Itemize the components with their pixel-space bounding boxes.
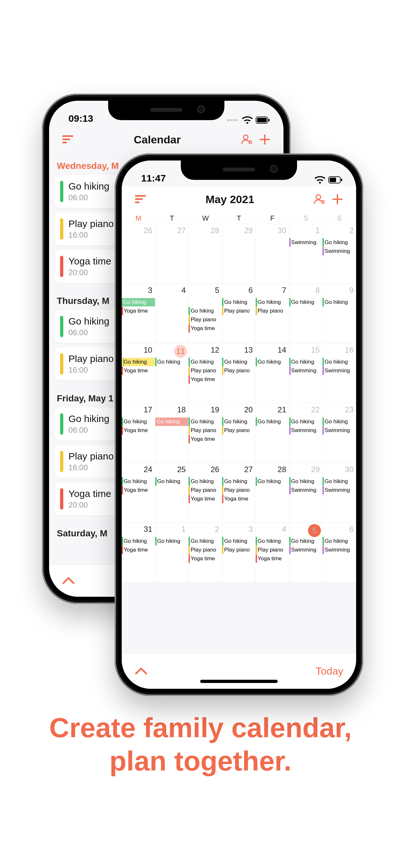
event-span[interactable]: Go hiking <box>155 417 189 426</box>
event-chip[interactable]: Go hiking <box>189 358 222 366</box>
calendar-cell[interactable]: 22Go hikingSwimming <box>289 403 323 463</box>
event-chip[interactable]: Go hiking <box>289 298 322 306</box>
event-chip[interactable]: Play piano <box>189 367 222 375</box>
event-chip[interactable]: Play piano <box>189 486 222 494</box>
event-chip[interactable]: Go hiking <box>256 477 289 486</box>
event-chip[interactable]: Go hiking <box>322 238 356 247</box>
event-chip[interactable]: Go hiking <box>122 417 155 426</box>
event-chip[interactable]: Yoga time <box>222 495 255 503</box>
event-chip[interactable]: Go hiking <box>222 417 255 426</box>
calendar-cell[interactable]: 21Go hiking <box>256 403 289 463</box>
event-chip[interactable]: Swimming <box>289 546 322 554</box>
event-chip[interactable]: Play piano <box>222 546 255 554</box>
event-chip[interactable]: Go hiking <box>322 537 356 546</box>
event-chip[interactable]: Play piano <box>189 426 222 435</box>
calendar-cell[interactable]: 5Go hikingPlay pianoYoga time <box>189 284 222 344</box>
event-chip[interactable]: Go hiking <box>155 358 189 366</box>
calendar-cell[interactable]: 2Go hikingSwimming <box>322 224 356 284</box>
event-chip[interactable]: Go hiking <box>189 307 222 315</box>
event-chip[interactable]: Swimming <box>322 546 356 554</box>
event-chip[interactable]: Go hiking <box>222 537 255 546</box>
calendar-cell[interactable]: 3Go hikingYoga time <box>122 284 155 344</box>
event-chip[interactable]: Yoga time <box>189 554 222 563</box>
calendar-cell[interactable]: 24Go hikingYoga time <box>122 463 155 523</box>
event-chip[interactable]: Go hiking <box>122 477 155 486</box>
calendar-cell[interactable]: 17Go hikingYoga time <box>122 403 155 463</box>
calendar-cell[interactable]: 15Go hikingSwimming <box>289 344 323 403</box>
event-chip[interactable]: Go hiking <box>222 298 255 306</box>
calendar-cell[interactable]: 5Go hikingSwimming <box>289 523 323 583</box>
calendar-cell[interactable]: 27Go hikingPlay pianoYoga time <box>222 463 256 523</box>
event-chip[interactable]: Yoga time <box>189 324 222 333</box>
event-chip[interactable]: Go hiking <box>322 417 356 426</box>
event-chip[interactable]: Play piano <box>189 546 222 554</box>
event-chip[interactable]: Play piano <box>222 367 255 375</box>
event-chip[interactable]: Go hiking <box>189 417 222 426</box>
event-chip[interactable]: Swimming <box>289 367 322 375</box>
event-chip[interactable]: Play piano <box>222 426 255 435</box>
calendar-cell[interactable]: 28 <box>189 224 222 284</box>
event-chip[interactable]: Go hiking <box>189 537 222 546</box>
calendar-cell[interactable]: 20Go hikingPlay piano <box>222 403 256 463</box>
chevron-up-icon[interactable] <box>62 576 75 586</box>
event-chip[interactable]: Yoga time <box>189 435 222 443</box>
event-chip[interactable]: Go hiking <box>222 358 255 366</box>
event-chip[interactable]: Yoga time <box>122 367 155 375</box>
calendar-cell[interactable]: 31Go hikingYoga time <box>122 523 155 583</box>
calendar-cell[interactable]: 23Go hikingSwimming <box>322 403 356 463</box>
menu-icon[interactable] <box>131 195 150 204</box>
calendar-cell[interactable]: 2Go hikingPlay pianoYoga time <box>189 523 222 583</box>
event-chip[interactable]: Go hiking <box>256 417 289 426</box>
calendar-cell[interactable]: 1Go hiking <box>155 523 189 583</box>
event-chip[interactable]: Yoga time <box>122 486 155 494</box>
calendar-cell[interactable]: 26 <box>122 224 155 284</box>
event-chip[interactable]: Yoga time <box>256 554 289 563</box>
add-icon[interactable] <box>256 134 274 145</box>
calendar-cell[interactable]: 28Go hiking <box>256 463 289 523</box>
calendar-cell[interactable]: 11Go hiking <box>155 344 189 403</box>
event-chip[interactable]: Swimming <box>322 367 356 375</box>
event-chip[interactable]: Play piano <box>256 546 289 554</box>
event-chip[interactable]: Go hiking <box>256 298 289 306</box>
calendar-cell[interactable]: 19Go hikingPlay pianoYoga time <box>189 403 222 463</box>
event-chip[interactable]: Go hiking <box>155 477 189 486</box>
calendar-cell[interactable]: 25Go hiking <box>155 463 189 523</box>
event-chip[interactable]: Swimming <box>289 426 322 435</box>
calendar-cell[interactable]: 4Go hikingPlay pianoYoga time <box>256 523 289 583</box>
event-chip[interactable]: Go hiking <box>256 537 289 546</box>
calendar-cell[interactable]: 4 <box>155 284 189 344</box>
calendar-cell[interactable]: 13Go hikingPlay piano <box>222 344 256 403</box>
event-chip[interactable]: Yoga time <box>189 375 222 383</box>
calendar-cell[interactable]: 30 <box>256 224 289 284</box>
calendar-cell[interactable]: 8Go hiking <box>289 284 323 344</box>
event-chip[interactable]: Swimming <box>289 238 322 247</box>
calendar-cell[interactable]: 1Swimming <box>289 224 323 284</box>
profile-icon[interactable] <box>238 134 256 145</box>
event-chip[interactable]: Go hiking <box>189 477 222 486</box>
event-span[interactable]: Go hiking <box>122 298 155 306</box>
event-chip[interactable]: Go hiking <box>289 358 322 366</box>
menu-icon[interactable] <box>59 135 77 144</box>
calendar-cell[interactable]: 3Go hikingPlay piano <box>222 523 256 583</box>
event-chip[interactable]: Go hiking <box>322 298 356 306</box>
calendar-cell[interactable]: 6Go hikingPlay piano <box>222 284 256 344</box>
event-chip[interactable]: Go hiking <box>289 417 322 426</box>
calendar-cell[interactable]: 14Go hiking <box>256 344 289 403</box>
calendar-cell[interactable]: 18Go hiking <box>155 403 189 463</box>
event-chip[interactable]: Play piano <box>222 486 255 494</box>
calendar-cell[interactable]: 26Go hikingPlay pianoYoga time <box>189 463 222 523</box>
event-chip[interactable]: Yoga time <box>122 426 155 435</box>
event-chip[interactable]: Go hiking <box>155 537 189 546</box>
event-chip[interactable]: Swimming <box>322 247 356 255</box>
event-chip[interactable]: Play piano <box>256 307 289 315</box>
chevron-up-icon[interactable] <box>135 666 148 676</box>
calendar-cell[interactable]: 29Go hikingSwimming <box>289 463 323 523</box>
event-chip[interactable]: Play piano <box>189 315 222 324</box>
event-chip[interactable]: Yoga time <box>122 546 155 554</box>
calendar-cell[interactable]: 16Go hikingSwimming <box>322 344 356 403</box>
event-chip[interactable]: Go hiking <box>256 358 289 366</box>
event-span[interactable]: Go hiking <box>122 358 155 366</box>
calendar-cell[interactable]: 27 <box>155 224 189 284</box>
event-chip[interactable]: Go hiking <box>122 537 155 546</box>
event-chip[interactable]: Go hiking <box>322 477 356 486</box>
